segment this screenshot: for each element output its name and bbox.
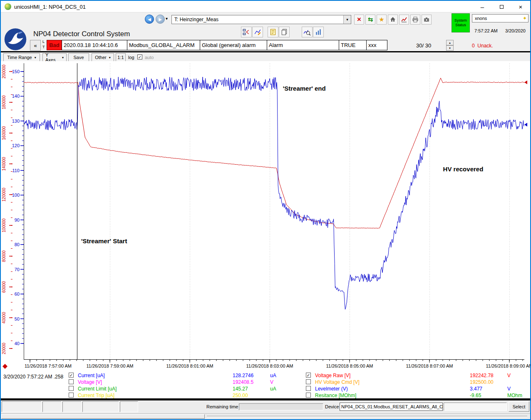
dropdown-icon: ▾	[62, 56, 64, 59]
legend-row: ✓Current [uA]128.2746uA	[69, 372, 293, 379]
combobox-dropdown-icon[interactable]: ▾	[343, 15, 351, 24]
chart-annotation: 'Streamer' Start	[81, 237, 127, 245]
status-cell	[120, 401, 138, 412]
minimize-button[interactable]: –	[473, 1, 492, 12]
trend-edit-button[interactable]	[252, 27, 263, 37]
x-tick-label: 11/26/2018 8:03:00 AM	[246, 363, 293, 368]
one-to-one-button[interactable]: 1:1	[116, 53, 126, 62]
dropdown-icon: ▾	[109, 56, 111, 59]
legend-checkbox[interactable]	[69, 393, 74, 398]
save-button[interactable]: Save	[68, 53, 89, 62]
spinner-up-icon[interactable]: ▲	[446, 40, 454, 45]
legend-checkbox[interactable]	[306, 393, 311, 398]
close-panel-button[interactable]: ×	[354, 15, 364, 25]
y-tick-label-current: 50	[15, 316, 20, 321]
trend-chart[interactable]: 11/26/2018 7:57:00 AM11/26/2018 7:59:00 …	[1, 61, 530, 371]
status-cell	[2, 401, 42, 412]
trend-tree-icon	[243, 28, 250, 36]
status-cell	[42, 401, 62, 412]
trend-selector-value: T: Heinzinger_Meas	[172, 17, 343, 22]
auto-checkbox[interactable]: ✓	[137, 54, 142, 59]
x-tick-label: 11/26/2018 7:57:00 AM	[25, 363, 72, 368]
legend-label: Levelmeter (V)	[315, 386, 348, 392]
trend-tree-button[interactable]	[241, 27, 252, 37]
y-tick-label-current: 90	[15, 217, 20, 222]
legend-checkbox[interactable]	[306, 379, 311, 384]
nav-back-button[interactable]: ◀	[145, 15, 154, 24]
legend-checkbox[interactable]	[69, 386, 74, 391]
close-button[interactable]: ×	[511, 1, 530, 12]
trend-line-icon	[401, 16, 407, 23]
print-button[interactable]	[410, 15, 420, 25]
legend-row: Resitance [MOhm]-9.65MOhm	[306, 392, 531, 399]
y-tick-label-current: 140	[12, 94, 20, 99]
y-tick-label-current: 100	[12, 193, 20, 198]
refresh-button[interactable]: ⇆	[365, 15, 375, 25]
back-icon: ◀	[148, 17, 151, 22]
x-tick-label: 11/26/2018 8:01:00 AM	[166, 363, 213, 368]
nav-forward-button[interactable]: ▶	[156, 15, 165, 24]
histogram-button[interactable]	[313, 27, 324, 37]
close-x-icon: ×	[357, 15, 361, 24]
device-field[interactable]: NP04_DCS_01:Modbus_RESET_ALARMS_All_OO	[340, 403, 443, 411]
copy-pages-button[interactable]	[279, 27, 290, 37]
legend-unit: V	[507, 373, 511, 378]
refresh-icon: ⇆	[368, 16, 373, 23]
system-status-button[interactable]: System Status	[452, 13, 470, 32]
home-button[interactable]	[388, 15, 398, 25]
trend-selector-combobox[interactable]: T: Heinzinger_Meas ▾	[171, 15, 351, 24]
y-tick-label-voltage: 80000	[2, 250, 6, 262]
favorites-button[interactable]: ★	[377, 15, 387, 25]
legend-label: Current [uA]	[78, 373, 105, 378]
chart-zoom-icon	[303, 28, 311, 36]
trend-edit-icon	[254, 28, 261, 36]
alarm-spinner[interactable]: ▲ ▼	[446, 40, 454, 51]
legend-label: Current Trip [uA]	[78, 393, 114, 398]
legend-checkbox[interactable]: ✓	[306, 373, 311, 378]
legend-checkbox[interactable]	[306, 386, 311, 391]
chart-zoom-button[interactable]	[302, 27, 313, 37]
other-button[interactable]: Other▾	[92, 53, 114, 62]
bottom-scrollbar[interactable]	[1, 413, 530, 419]
legend-checkbox[interactable]	[69, 379, 74, 384]
trend-chart-canvas[interactable]: 11/26/2018 7:57:00 AM11/26/2018 7:59:00 …	[1, 61, 530, 371]
time-range-button[interactable]: Time Range▾	[3, 53, 40, 62]
forward-icon: ▶	[159, 17, 162, 22]
chart-annotation: HV recovered	[443, 166, 484, 173]
alarm-note-cell[interactable]: xxx	[366, 40, 387, 50]
alarm-value-cell[interactable]: TRUE	[339, 40, 367, 50]
alarm-timestamp-cell[interactable]: 2020.03.18 10:44:10.6	[62, 40, 127, 50]
alarm-status-badge: Bad	[47, 40, 62, 50]
alarm-l-label: L	[42, 40, 45, 44]
select-button[interactable]: Select	[509, 401, 529, 412]
event-note-button[interactable]	[268, 27, 278, 37]
x-tick-label: 11/26/2018 8:07:00 AM	[406, 363, 453, 368]
context-value: xnons	[472, 16, 523, 21]
alarm-collapse-button[interactable]: «	[30, 40, 41, 51]
legend-checkbox[interactable]: ✓	[69, 373, 74, 378]
alarm-t-label: T	[42, 45, 45, 49]
camera-icon	[423, 16, 430, 23]
legend-value: 145.27	[233, 386, 248, 392]
y-axes-button[interactable]: Y Axes▾	[42, 53, 67, 62]
scrollbar-thumb[interactable]	[1, 414, 205, 419]
app-window: unicosHMI_1: NP04_DCS_01 – × ◀ ▶ ▾ T: He…	[0, 0, 531, 420]
home-icon	[390, 16, 396, 23]
spinner-down-icon[interactable]: ▼	[446, 45, 454, 51]
ruler-marker[interactable]	[2, 364, 7, 369]
legend-unit: uA	[270, 373, 276, 378]
nav-history-dropdown[interactable]: ▾	[166, 16, 168, 21]
device-label: Device	[325, 404, 339, 409]
snapshot-button[interactable]	[422, 15, 432, 25]
remaining-time-progressbar	[239, 403, 323, 410]
alarm-type-cell[interactable]: Alarm	[267, 40, 339, 50]
context-combobox[interactable]: xnons ✦	[472, 14, 529, 22]
maximize-button[interactable]	[492, 1, 511, 12]
alarm-description-cell[interactable]: Global (general) alarm	[200, 40, 267, 50]
legend-row: Current Limit [uA]145.27uA	[69, 385, 293, 392]
device-extra-field[interactable]	[444, 403, 507, 411]
legend-label: Voltage [V]	[78, 379, 102, 385]
alarm-name-cell[interactable]: Modbus_GLOBAL_ALARM	[127, 40, 200, 50]
auto-label: auto	[145, 55, 154, 60]
trend-view-button[interactable]	[399, 15, 409, 25]
